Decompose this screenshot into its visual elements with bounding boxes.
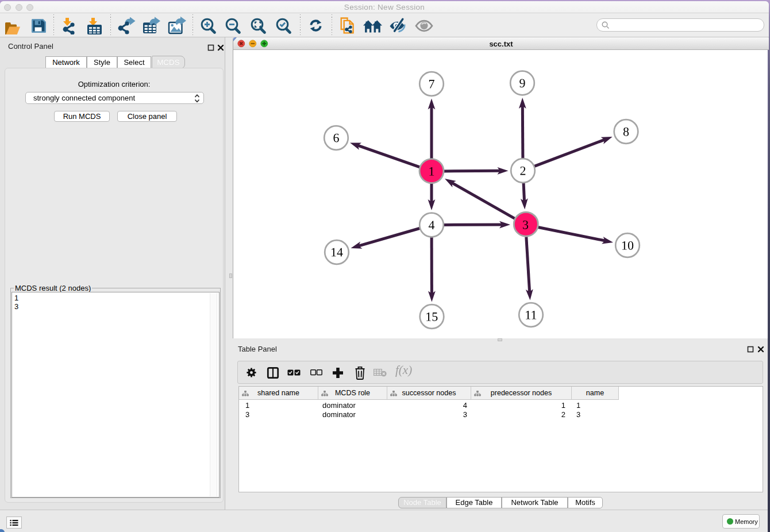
svg-text:15: 15 bbox=[425, 309, 438, 323]
svg-text:9: 9 bbox=[519, 76, 526, 90]
svg-text:2: 2 bbox=[519, 164, 526, 178]
svg-text:7: 7 bbox=[429, 76, 435, 91]
svg-text:6: 6 bbox=[333, 130, 340, 145]
svg-text:8: 8 bbox=[623, 125, 629, 139]
svg-text:10: 10 bbox=[621, 238, 634, 253]
svg-text:14: 14 bbox=[330, 245, 343, 259]
svg-text:4: 4 bbox=[428, 218, 434, 232]
svg-text:3: 3 bbox=[522, 218, 529, 232]
svg-text:1: 1 bbox=[428, 164, 434, 178]
svg-text:11: 11 bbox=[525, 308, 537, 322]
